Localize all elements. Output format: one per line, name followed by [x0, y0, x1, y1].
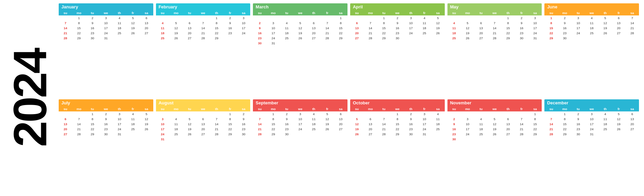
dow-cell: su	[544, 106, 558, 111]
dow-cell: sa	[140, 106, 153, 111]
day-cell: 4	[474, 116, 488, 121]
day-cell: 25	[598, 127, 612, 132]
day-cell: 10	[267, 26, 280, 31]
day-cell: 24	[293, 127, 307, 132]
day-cell: 15	[377, 26, 390, 31]
day-cell: 31	[528, 36, 542, 41]
day-cell: 7	[59, 20, 72, 26]
day-cell: 20	[59, 127, 72, 132]
day-cell: 4	[447, 20, 461, 26]
day-cell: 22	[86, 127, 99, 132]
dow-cell: mo	[364, 10, 377, 15]
day-cell: 21	[364, 31, 377, 36]
day-cell: 28	[626, 31, 639, 36]
day-cell: 17	[572, 26, 585, 31]
dow-cell: sa	[237, 10, 250, 15]
day-cell: 16	[572, 121, 585, 127]
day-cell: 26	[598, 31, 612, 36]
day-cell: 28	[488, 36, 501, 41]
day-cell: 29	[223, 132, 237, 137]
day-cell: 7	[210, 116, 223, 121]
day-cell: 1	[558, 111, 572, 116]
month-header-oct: October	[350, 99, 445, 106]
day-cell: 12	[431, 20, 444, 26]
dow-cell: th	[598, 10, 612, 15]
day-cell: 29	[86, 132, 99, 137]
dow-row-apr: sumotuwethfrsa	[350, 10, 445, 15]
dow-row-mar: sumotuwethfrsa	[253, 10, 347, 15]
dow-cell: mo	[72, 10, 86, 15]
day-cell: 21	[253, 127, 266, 132]
day-cell: 14	[626, 20, 639, 26]
day-cell: 3	[418, 111, 431, 116]
day-cell: 2	[86, 15, 99, 20]
day-cell: 28	[59, 36, 72, 41]
day-cell: 26	[612, 127, 626, 132]
day-cell-empty	[364, 15, 377, 20]
dow-cell: mo	[169, 106, 183, 111]
day-cell: 8	[267, 116, 280, 121]
day-cell: 6	[307, 20, 320, 26]
day-cell-empty	[474, 15, 488, 20]
day-cell: 10	[404, 20, 418, 26]
dow-cell: we	[391, 106, 404, 111]
day-cell: 23	[391, 31, 404, 36]
day-cell: 16	[280, 121, 293, 127]
dow-cell: th	[404, 106, 418, 111]
day-cell-empty	[210, 111, 223, 116]
day-cell: 14	[544, 121, 558, 127]
month-header-jun: June	[544, 3, 639, 10]
day-cell: 13	[364, 121, 377, 127]
day-cell: 10	[528, 20, 542, 26]
day-cell: 11	[431, 116, 444, 121]
day-cell: 19	[461, 31, 474, 36]
day-cell-empty	[350, 15, 364, 20]
day-cell: 20	[474, 31, 488, 36]
day-cell: 3	[461, 116, 474, 121]
day-cell: 15	[544, 26, 558, 31]
day-cell: 14	[253, 121, 266, 127]
day-cell: 25	[585, 31, 598, 36]
month-may: Maysumotuwethfrsa12345678910111213141516…	[447, 3, 542, 97]
day-cell: 13	[474, 26, 488, 31]
day-cell-empty	[156, 15, 169, 20]
day-cell: 9	[447, 121, 461, 127]
day-cell-empty	[350, 111, 364, 116]
day-cell: 11	[307, 116, 320, 121]
day-cell: 28	[196, 36, 210, 41]
day-cell: 27	[364, 132, 377, 137]
day-cell: 16	[558, 26, 572, 31]
day-cell: 27	[612, 31, 626, 36]
dow-row-sep: sumotuwethfrsa	[253, 106, 347, 111]
year-label: 2024	[7, 4, 54, 192]
day-cell: 5	[612, 111, 626, 116]
day-cell: 17	[404, 26, 418, 31]
dow-cell: fr	[612, 106, 626, 111]
day-cell: 22	[267, 127, 280, 132]
day-cell: 31	[99, 36, 113, 41]
dow-row-aug: sumotuwethfrsa	[156, 106, 251, 111]
dow-cell: th	[113, 10, 126, 15]
day-cell: 23	[99, 127, 113, 132]
dow-row-nov: sumotuwethfrsa	[447, 106, 542, 111]
day-cell: 30	[237, 132, 250, 137]
day-cell: 10	[418, 116, 431, 121]
day-cell: 2	[223, 15, 237, 20]
day-cell: 26	[169, 36, 183, 41]
days-grid-dec: 1234567891011121314151617181920212223242…	[544, 111, 639, 137]
day-cell: 9	[237, 116, 250, 121]
dow-cell: we	[488, 10, 501, 15]
day-cell: 3	[99, 15, 113, 20]
day-cell-empty	[307, 15, 320, 20]
day-cell: 9	[515, 20, 528, 26]
day-cell-empty	[377, 111, 390, 116]
month-mar: Marchsumotuwethfrsa123456789101112131415…	[253, 3, 347, 97]
day-cell: 27	[334, 127, 347, 132]
day-cell: 20	[364, 127, 377, 132]
dow-row-jan: sumotuwethfrsa	[59, 10, 153, 15]
dow-cell: mo	[169, 10, 183, 15]
day-cell: 27	[196, 132, 210, 137]
day-cell: 10	[156, 121, 169, 127]
day-cell: 5	[350, 116, 364, 121]
day-cell: 20	[140, 26, 153, 31]
